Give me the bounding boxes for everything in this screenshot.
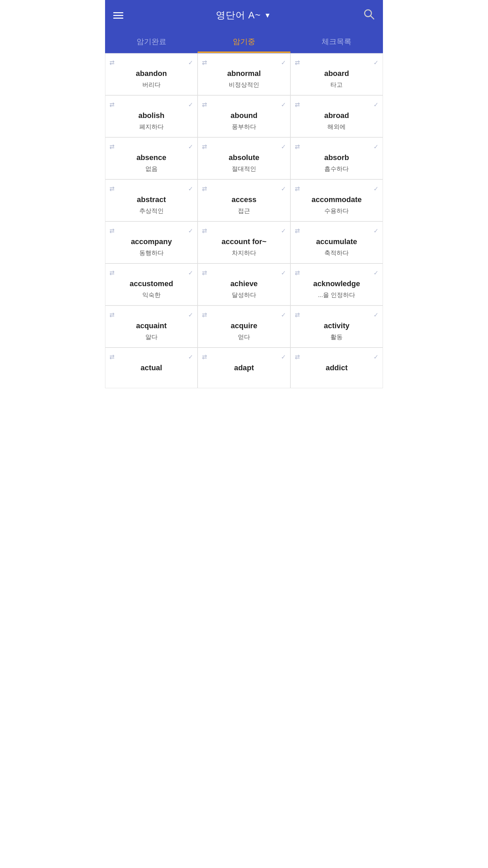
- check-icon: ✓: [281, 185, 286, 193]
- check-icon: ✓: [373, 143, 379, 151]
- word-english: acquire: [202, 321, 286, 330]
- word-cell[interactable]: ⇄ ✓ accompany 동행하다: [105, 221, 198, 263]
- word-english: aboard: [295, 69, 379, 78]
- word-korean: 얻다: [202, 333, 286, 341]
- word-english: adapt: [202, 363, 286, 372]
- word-korean: 추상적인: [109, 207, 193, 215]
- swap-icon: ⇄: [295, 269, 300, 277]
- cell-icons: ⇄ ✓: [295, 353, 379, 361]
- word-cell[interactable]: ⇄ ✓ accumulate 축적하다: [290, 221, 383, 263]
- cell-icons: ⇄ ✓: [202, 269, 286, 277]
- word-english: activity: [295, 321, 379, 330]
- swap-icon: ⇄: [295, 227, 300, 235]
- word-cell[interactable]: ⇄ ✓ accustomed 익숙한: [105, 263, 198, 305]
- dropdown-icon[interactable]: ▼: [264, 12, 271, 19]
- title-area: 영단어 A~ ▼: [216, 9, 271, 22]
- cell-icons: ⇄ ✓: [109, 101, 193, 108]
- word-korean: 축적하다: [295, 249, 379, 257]
- swap-icon: ⇄: [109, 311, 115, 319]
- word-cell[interactable]: ⇄ ✓ addict: [290, 348, 383, 388]
- word-english: achieve: [202, 279, 286, 288]
- word-cell[interactable]: ⇄ ✓ acquire 얻다: [198, 305, 290, 348]
- cell-icons: ⇄ ✓: [202, 311, 286, 319]
- word-cell[interactable]: ⇄ ✓ abroad 해외에: [290, 95, 383, 137]
- word-english: accommodate: [295, 195, 379, 204]
- check-icon: ✓: [373, 311, 379, 319]
- svg-line-1: [370, 16, 374, 19]
- tab-checklist[interactable]: 체크목록: [290, 31, 383, 53]
- app-title: 영단어 A~: [216, 9, 261, 22]
- swap-icon: ⇄: [109, 269, 115, 277]
- menu-button[interactable]: [113, 12, 123, 19]
- word-english: actual: [109, 363, 193, 372]
- word-korean: 절대적인: [202, 165, 286, 173]
- cell-icons: ⇄ ✓: [202, 227, 286, 235]
- word-cell[interactable]: ⇄ ✓ abound 풍부하다: [198, 95, 290, 137]
- word-korean: 비정상적인: [202, 81, 286, 89]
- word-cell[interactable]: ⇄ ✓ abnormal 비정상적인: [198, 53, 290, 95]
- swap-icon: ⇄: [202, 185, 207, 193]
- word-cell[interactable]: ⇄ ✓ account for~ 차지하다: [198, 221, 290, 263]
- word-korean: 풍부하다: [202, 123, 286, 131]
- word-cell[interactable]: ⇄ ✓ abolish 폐지하다: [105, 95, 198, 137]
- check-icon: ✓: [188, 227, 193, 235]
- word-cell[interactable]: ⇄ ✓ aboard 타고: [290, 53, 383, 95]
- cell-icons: ⇄ ✓: [295, 269, 379, 277]
- word-korean: 동행하다: [109, 249, 193, 257]
- word-english: abstract: [109, 195, 193, 204]
- check-icon: ✓: [373, 269, 379, 277]
- word-cell[interactable]: ⇄ ✓ adapt: [198, 348, 290, 388]
- check-icon: ✓: [188, 59, 193, 66]
- word-korean: 수용하다: [295, 207, 379, 215]
- word-english: accompany: [109, 237, 193, 246]
- word-cell[interactable]: ⇄ ✓ absence 없음: [105, 137, 198, 179]
- word-cell[interactable]: ⇄ ✓ access 접근: [198, 179, 290, 221]
- word-korean: 버리다: [109, 81, 193, 89]
- swap-icon: ⇄: [109, 227, 115, 235]
- word-english: abolish: [109, 111, 193, 120]
- swap-icon: ⇄: [202, 143, 207, 151]
- swap-icon: ⇄: [109, 185, 115, 193]
- swap-icon: ⇄: [109, 143, 115, 151]
- cell-icons: ⇄ ✓: [202, 353, 286, 361]
- word-english: access: [202, 195, 286, 204]
- swap-icon: ⇄: [202, 353, 207, 361]
- swap-icon: ⇄: [109, 101, 115, 108]
- word-cell[interactable]: ⇄ ✓ abstract 추상적인: [105, 179, 198, 221]
- swap-icon: ⇄: [202, 311, 207, 319]
- word-korean: 타고: [295, 81, 379, 89]
- tab-memorizing[interactable]: 암기중: [198, 31, 290, 53]
- cell-icons: ⇄ ✓: [109, 59, 193, 66]
- word-cell[interactable]: ⇄ ✓ actual: [105, 348, 198, 388]
- word-english: acknowledge: [295, 279, 379, 288]
- search-button[interactable]: [363, 8, 375, 22]
- cell-icons: ⇄ ✓: [202, 185, 286, 193]
- swap-icon: ⇄: [109, 59, 115, 66]
- check-icon: ✓: [188, 143, 193, 151]
- swap-icon: ⇄: [109, 353, 115, 361]
- word-cell[interactable]: ⇄ ✓ acquaint 알다: [105, 305, 198, 348]
- word-cell[interactable]: ⇄ ✓ activity 활동: [290, 305, 383, 348]
- word-cell[interactable]: ⇄ ✓ achieve 달성하다: [198, 263, 290, 305]
- tab-memorized[interactable]: 암기완료: [105, 31, 198, 53]
- cell-icons: ⇄ ✓: [109, 143, 193, 151]
- word-cell[interactable]: ⇄ ✓ acknowledge ...을 인정하다: [290, 263, 383, 305]
- check-icon: ✓: [373, 101, 379, 108]
- word-cell[interactable]: ⇄ ✓ absolute 절대적인: [198, 137, 290, 179]
- word-korean: ...을 인정하다: [295, 291, 379, 299]
- word-korean: 해외에: [295, 123, 379, 131]
- word-cell[interactable]: ⇄ ✓ absorb 흡수하다: [290, 137, 383, 179]
- word-cell[interactable]: ⇄ ✓ abandon 버리다: [105, 53, 198, 95]
- check-icon: ✓: [281, 227, 286, 235]
- check-icon: ✓: [281, 311, 286, 319]
- cell-icons: ⇄ ✓: [202, 101, 286, 108]
- swap-icon: ⇄: [202, 227, 207, 235]
- swap-icon: ⇄: [295, 353, 300, 361]
- check-icon: ✓: [281, 59, 286, 66]
- check-icon: ✓: [188, 269, 193, 277]
- word-english: absolute: [202, 153, 286, 162]
- check-icon: ✓: [281, 143, 286, 151]
- word-english: abound: [202, 111, 286, 120]
- swap-icon: ⇄: [295, 311, 300, 319]
- word-cell[interactable]: ⇄ ✓ accommodate 수용하다: [290, 179, 383, 221]
